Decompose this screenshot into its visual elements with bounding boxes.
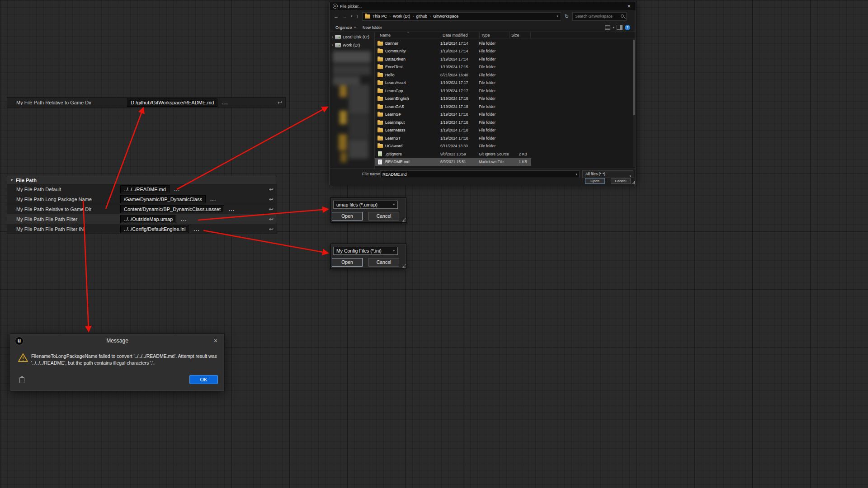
reset-to-default-icon[interactable]: ↩ [269,206,274,212]
folder-icon [377,97,383,101]
sidebar-item[interactable]: ›Local Disk (C:) [332,35,369,39]
detail-row: My File Path File Path Filter INI../../C… [7,224,277,234]
file-date-modified: 6/11/2024 13:30 [440,144,479,148]
reset-to-default-icon[interactable]: ↩ [269,216,274,222]
close-icon[interactable]: × [625,3,633,9]
address-breadcrumb-bar[interactable]: This PC›Work (D:)›github›GitWorkspace ▾ [362,12,561,21]
file-row[interactable]: LearnST1/19/2024 17:18File folder [375,134,531,142]
column-header-size[interactable]: Size [511,33,519,38]
file-row[interactable]: LearnGF1/19/2024 17:18File folder [375,111,531,119]
file-row[interactable]: LearnEnglish1/19/2024 17:18File folder [375,95,531,103]
column-resize-handle[interactable] [509,32,510,38]
column-header-name[interactable]: Name [380,33,391,38]
search-input[interactable] [573,13,626,20]
file-name: LearnGAS [383,104,440,109]
cancel-button[interactable]: Cancel [611,178,631,184]
copy-to-clipboard-icon[interactable] [19,377,24,383]
file-picker-titlebar[interactable]: u File picker... × [330,2,636,10]
folder-icon [377,89,383,93]
view-mode-dropdown-icon[interactable]: ▾ [613,26,614,29]
sidebar-item[interactable]: ›Work (D:) [332,43,360,47]
property-label: My File Path Relative to Game Dir [16,100,127,105]
preview-pane-icon[interactable] [617,25,623,30]
resize-grip[interactable] [401,218,406,222]
file-row[interactable]: LearnInput1/19/2024 17:18File folder [375,118,531,127]
filter-dropdown[interactable]: My Config Files (*.ini) ▾ [333,247,398,255]
sidebar-item-label: Local Disk (C:) [343,35,369,39]
reset-to-default-icon[interactable]: ↩ [269,186,274,192]
refresh-icon[interactable]: ↻ [565,14,569,19]
view-mode-icon[interactable] [605,25,610,30]
browse-ellipsis-button[interactable]: ... [210,197,217,202]
organize-button[interactable]: Organize [335,25,352,30]
address-dropdown-icon[interactable]: ▾ [557,14,559,18]
message-text-line1: FilenameToLongPackageName failed to conv… [31,353,217,359]
chevron-down-icon: ▾ [393,203,395,206]
property-value[interactable]: D:/github/GitWorkspace/README.md [127,99,217,107]
forward-icon[interactable]: → [342,14,347,19]
message-titlebar[interactable]: u Message × [10,334,224,347]
up-icon[interactable]: ↑ [356,14,359,19]
property-label: My File Path Default [16,187,120,192]
browse-ellipsis-button[interactable]: ... [193,226,200,232]
cancel-button[interactable]: Cancel [368,212,399,221]
ok-button[interactable]: OK [189,375,218,384]
file-row[interactable]: Hello6/21/2024 16:40File folder [375,71,531,79]
file-name: DataDriven [383,57,440,61]
file-type: Git Ignore Source ... [479,152,509,156]
file-row[interactable]: LearnGAS1/19/2024 17:18File folder [375,103,531,111]
file-row[interactable]: DataDriven1/19/2024 17:14File folder [375,55,531,63]
file-type: Markdown File [479,160,509,164]
column-resize-handle[interactable] [441,32,441,38]
property-value[interactable]: ../../../README.md [120,185,170,193]
reset-to-default-icon[interactable]: ↩ [269,196,274,202]
browse-ellipsis-button[interactable]: ... [181,216,187,222]
reset-to-default-icon[interactable]: ↩ [278,99,282,106]
breadcrumb-item[interactable]: Work (D:) [393,14,410,19]
file-row[interactable]: LearnMass1/19/2024 17:18File folder [375,127,531,135]
property-value[interactable]: ../../Config/DefaultEngine.ini [120,225,189,233]
cancel-button[interactable]: Cancel [368,258,399,267]
resize-grip[interactable] [401,264,406,268]
disk-drive-icon [335,43,341,47]
file-name-input[interactable] [381,171,572,178]
browse-ellipsis-button[interactable]: ... [229,206,235,212]
scrollbar-thumb[interactable] [633,40,635,115]
history-dropdown-icon[interactable]: ▾ [351,14,353,18]
chevron-down-icon[interactable]: ▾ [576,173,577,176]
column-header-type[interactable]: Type [481,33,490,38]
scrollbar-track[interactable] [633,39,635,167]
back-icon[interactable]: ← [334,14,339,19]
column-resize-handle[interactable] [530,32,531,38]
browse-ellipsis-button[interactable]: ... [174,187,180,192]
property-value[interactable]: Content/Dynamic/BP_DynamicClass.uasset [120,205,224,213]
file-row[interactable]: ExcelTest1/19/2024 17:15File folder [375,63,531,71]
property-value[interactable]: /Game/Dynamic/BP_DynamicClass [120,195,206,203]
new-folder-button[interactable]: New folder [363,25,382,30]
file-row[interactable]: LearnCpp1/19/2024 17:17File folder [375,87,531,95]
open-button[interactable]: Open [332,212,363,221]
file-row[interactable]: Community1/19/2024 17:14File folder [375,47,531,56]
property-value[interactable]: ../../OutsideMap.umap [120,215,176,223]
open-button[interactable]: Open [585,178,605,184]
file-row[interactable]: Banner1/19/2024 17:14File folder [375,39,531,47]
file-name: Community [383,49,440,53]
breadcrumb-item[interactable]: github [416,14,427,19]
help-icon[interactable]: ? [625,25,630,30]
reset-to-default-icon[interactable]: ↩ [269,226,274,232]
file-type-filter-dropdown[interactable]: All files (*.*) ▾ [582,170,633,178]
breadcrumb-item[interactable]: This PC [373,14,387,19]
breadcrumb-item[interactable]: GitWorkspace [433,14,458,19]
file-row[interactable]: README.md6/9/2021 15:51Markdown File1 KB [375,158,531,166]
file-date-modified: 1/19/2024 17:18 [440,136,479,141]
browse-ellipsis-button[interactable]: ... [222,100,228,105]
column-resize-handle[interactable] [479,32,480,38]
file-row[interactable]: UCAward6/11/2024 13:30File folder [375,142,531,150]
filter-dropdown[interactable]: umap files (*.umap) ▾ [333,201,398,209]
category-header-file-path[interactable]: ▾ File Path [7,176,277,184]
file-row[interactable]: LearnAsset1/19/2024 17:17File folder [375,79,531,87]
column-header-date[interactable]: Date modified [443,33,468,38]
folder-icon [377,105,383,109]
file-row[interactable]: .gitignore9/8/2023 13:59Git Ignore Sourc… [375,150,531,158]
open-button[interactable]: Open [332,258,363,267]
